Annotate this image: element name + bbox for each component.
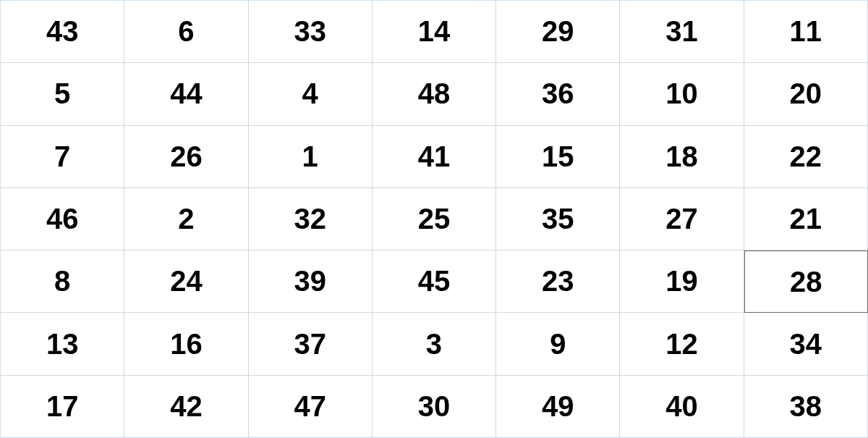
grid-cell[interactable]: 35 — [496, 188, 620, 250]
grid-cell[interactable]: 38 — [744, 376, 868, 438]
grid-cell[interactable]: 31 — [620, 1, 744, 63]
grid-cell[interactable]: 22 — [744, 126, 868, 188]
grid-cell[interactable]: 46 — [1, 188, 124, 250]
grid-cell[interactable]: 18 — [620, 126, 744, 188]
grid-cell[interactable]: 27 — [620, 188, 744, 250]
grid-cell[interactable]: 3 — [373, 313, 496, 375]
grid-cell[interactable]: 30 — [373, 376, 496, 438]
grid-cell[interactable]: 33 — [249, 1, 373, 63]
grid-cell[interactable]: 47 — [249, 376, 373, 438]
grid-cell[interactable]: 29 — [496, 1, 620, 63]
number-grid: 43 6 33 14 29 31 11 5 44 4 48 36 10 20 7… — [0, 0, 868, 438]
grid-cell[interactable]: 41 — [373, 126, 496, 188]
grid-cell[interactable]: 40 — [620, 376, 744, 438]
grid-cell[interactable]: 12 — [620, 313, 744, 375]
grid-cell[interactable]: 39 — [249, 250, 373, 313]
grid-cell[interactable]: 45 — [373, 250, 496, 313]
grid-cell[interactable]: 48 — [373, 63, 496, 125]
grid-cell[interactable]: 28 — [744, 250, 868, 313]
grid-cell[interactable]: 20 — [744, 63, 868, 125]
grid-cell[interactable]: 25 — [373, 188, 496, 250]
grid-cell[interactable]: 26 — [124, 126, 248, 188]
grid-cell[interactable]: 14 — [373, 1, 496, 63]
grid-cell[interactable]: 37 — [249, 313, 373, 375]
grid-cell[interactable]: 43 — [1, 1, 124, 63]
grid-cell[interactable]: 15 — [496, 126, 620, 188]
grid-cell[interactable]: 9 — [496, 313, 620, 375]
grid-cell[interactable]: 21 — [744, 188, 868, 250]
grid-cell[interactable]: 2 — [124, 188, 248, 250]
grid-cell[interactable]: 34 — [744, 313, 868, 375]
grid-cell[interactable]: 11 — [744, 1, 868, 63]
grid-cell[interactable]: 8 — [1, 250, 124, 313]
grid-cell[interactable]: 32 — [249, 188, 373, 250]
grid-cell[interactable]: 13 — [1, 313, 124, 375]
grid-cell[interactable]: 42 — [124, 376, 248, 438]
grid-cell[interactable]: 36 — [496, 63, 620, 125]
grid-cell[interactable]: 17 — [1, 376, 124, 438]
grid-cell[interactable]: 10 — [620, 63, 744, 125]
grid-cell[interactable]: 16 — [124, 313, 248, 375]
grid-cell[interactable]: 6 — [124, 1, 248, 63]
grid-cell[interactable]: 7 — [1, 126, 124, 188]
grid-cell[interactable]: 19 — [620, 250, 744, 313]
grid-cell[interactable]: 5 — [1, 63, 124, 125]
grid-cell[interactable]: 23 — [496, 250, 620, 313]
grid-cell[interactable]: 24 — [124, 250, 248, 313]
grid-cell[interactable]: 44 — [124, 63, 248, 125]
grid-cell[interactable]: 49 — [496, 376, 620, 438]
grid-cell[interactable]: 4 — [249, 63, 373, 125]
grid-cell[interactable]: 1 — [249, 126, 373, 188]
